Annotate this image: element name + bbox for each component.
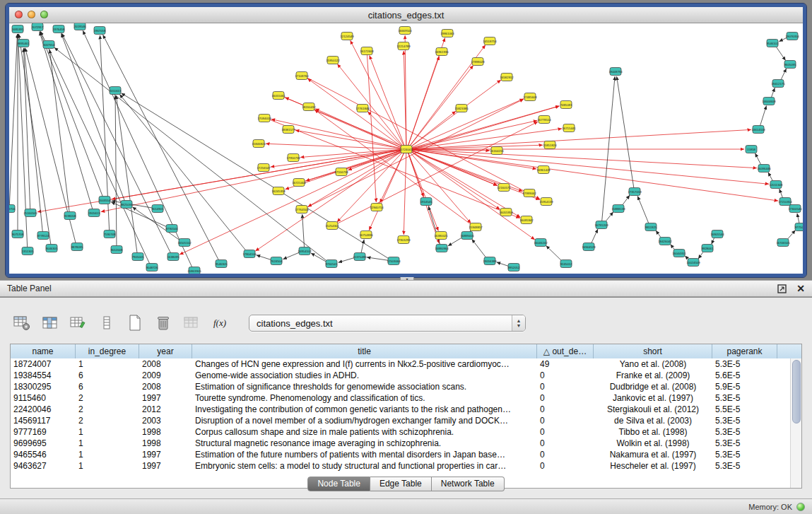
graph-node[interactable]: 18200432 (302, 103, 316, 111)
tab-network-table[interactable]: Network Table (432, 477, 505, 491)
graph-node[interactable]: 16905544 (710, 230, 724, 238)
graph-node[interactable]: 1724041 (401, 146, 413, 153)
graph-node[interactable]: 17999062 (522, 189, 536, 197)
table-scrollbar[interactable] (790, 358, 801, 488)
column-header-out_de[interactable]: △ out_de… (537, 344, 594, 358)
graph-node[interactable]: 2072917 (32, 23, 44, 31)
minimize-window-button[interactable] (28, 11, 35, 18)
graph-node[interactable]: 9198208 (64, 212, 76, 220)
graph-node[interactable]: 12011348 (770, 181, 783, 189)
node-table[interactable]: namein_degreeyeartitle△ out_de…shortpage… (10, 344, 802, 489)
graph-node[interactable]: 16505102 (177, 239, 192, 247)
graph-node[interactable]: 15370486 (353, 253, 367, 261)
graph-node[interactable]: 16954102 (298, 247, 312, 255)
network-window-titlebar[interactable]: citations_edges.txt (9, 7, 803, 23)
graph-node[interactable]: 17556738 (334, 168, 348, 176)
graph-node[interactable]: 9928061 (702, 245, 714, 252)
graph-node[interactable]: 16669500 (398, 27, 412, 35)
graph-node[interactable]: 1638095 (167, 253, 180, 261)
graph-node[interactable]: 16944528 (582, 243, 596, 251)
graph-node[interactable]: 17108760 (295, 72, 309, 80)
zoom-window-button[interactable] (40, 11, 48, 18)
graph-node[interactable]: 17094018 (257, 115, 271, 122)
graph-node[interactable]: 1685391 (12, 25, 24, 33)
graph-node[interactable]: 8825036 (121, 201, 133, 209)
graph-node[interactable]: 16055954 (499, 209, 513, 216)
graph-node[interactable]: 17898028 (471, 58, 485, 66)
new-table-icon[interactable] (126, 315, 144, 332)
table-row[interactable]: 2242004622012Investigating the contribut… (11, 404, 791, 415)
graph-node[interactable]: 15958 (746, 146, 757, 153)
graph-node[interactable]: 15846824 (252, 140, 266, 148)
graph-node[interactable]: 9245012 (560, 260, 572, 268)
graph-node[interactable]: 9775058 (795, 223, 803, 231)
column-header-title[interactable]: title (192, 344, 537, 358)
table-row[interactable]: 946362711997Embryonic stem cells: a mode… (11, 460, 791, 472)
create-column-icon[interactable] (69, 315, 88, 332)
graph-node[interactable]: 14644608 (762, 98, 776, 105)
graph-node[interactable]: 16889416 (460, 232, 474, 240)
graph-node[interactable]: 8778124 (37, 232, 49, 240)
column-header-pagerank[interactable]: pagerank (712, 344, 777, 358)
graph-node[interactable]: 2051613 (110, 87, 122, 95)
graph-node[interactable]: 1976458 (53, 25, 65, 33)
graph-node[interactable]: 7590748 (104, 230, 116, 238)
graph-node[interactable]: 1351305 (22, 247, 34, 255)
graph-node[interactable]: 2019546 (74, 23, 86, 30)
column-header-short[interactable]: short (594, 344, 712, 358)
graph-node[interactable]: 17357059 (628, 188, 642, 196)
graph-node[interactable]: 16044351 (672, 250, 686, 257)
column-header-name[interactable]: name (11, 344, 76, 358)
graph-node[interactable]: 15823385 (454, 105, 469, 112)
graph-node[interactable]: 7485083 (560, 101, 572, 109)
graph-node[interactable]: 9014905 (152, 205, 164, 213)
graph-node[interactable]: 19412175 (771, 80, 785, 88)
graph-node[interactable]: 17485608 (523, 93, 537, 101)
graph-node[interactable]: 12940714 (370, 204, 384, 211)
table-mode-icon[interactable] (13, 315, 31, 332)
graph-node[interactable]: 18381577 (281, 126, 295, 134)
network-canvas[interactable]: 1724041158518241696142817999062160559541… (9, 23, 803, 274)
graph-node[interactable]: 16778514 (537, 116, 551, 124)
network-svg[interactable]: 1724041158518241696142817999062160559541… (9, 23, 803, 274)
graph-node[interactable]: 16046242 (534, 239, 548, 247)
graph-node[interactable]: 16055061 (271, 92, 286, 100)
graph-node[interactable]: 17764504 (295, 206, 309, 214)
column-header-in_degree[interactable]: in_degree (76, 344, 139, 358)
graph-node[interactable]: 9546102 (767, 40, 779, 47)
graph-node[interactable]: 9046305 (46, 245, 58, 252)
graph-node[interactable]: 8903756 (9, 205, 16, 213)
table-selector-combo[interactable]: citations_edges.txt ▲▼ (249, 315, 526, 332)
graph-node[interactable]: 15254301 (325, 222, 339, 230)
graph-node[interactable]: 9075708 (12, 230, 24, 238)
graph-node[interactable]: 8790544 (166, 225, 178, 233)
graph-node[interactable]: 18426042 (658, 238, 672, 245)
graph-node[interactable]: 25160505 (23, 209, 37, 217)
function-builder-icon[interactable]: f(x) (211, 315, 229, 332)
graph-node[interactable]: 9012008 (111, 246, 123, 254)
graph-node[interactable]: 16172608 (360, 47, 374, 55)
table-row[interactable]: 977716911998Corpus callosum shape and si… (11, 426, 791, 438)
table-row[interactable]: 1938455462009Genome-wide association stu… (11, 370, 791, 381)
graph-node[interactable]: 17804106 (242, 250, 257, 258)
close-panel-icon[interactable]: ✕ (796, 284, 805, 293)
delete-table-icon[interactable] (154, 315, 172, 332)
graph-node[interactable]: 16715441 (562, 124, 576, 132)
graph-node[interactable]: 19861063 (440, 30, 454, 37)
graph-node[interactable]: 8952052 (508, 264, 520, 271)
graph-node[interactable]: 12160571 (497, 184, 511, 192)
graph-node[interactable]: 15888138 (611, 205, 625, 213)
graph-node[interactable]: 17903293 (396, 236, 411, 244)
tab-node-table[interactable]: Node Table (307, 477, 370, 491)
graph-node[interactable]: 2003554 (99, 197, 111, 204)
graph-node[interactable]: 16880964 (435, 245, 449, 252)
graph-node[interactable]: 9760541 (326, 260, 338, 268)
graph-node[interactable]: 15954139 (539, 198, 553, 206)
graph-node[interactable]: 17300540 (788, 205, 802, 213)
graph-node[interactable]: 3067654 (43, 41, 55, 49)
graph-node[interactable]: 15851824 (543, 141, 557, 149)
row-options-icon[interactable] (98, 315, 116, 332)
table-row[interactable]: 969969511998Structural magnetic resonanc… (11, 438, 791, 449)
graph-node[interactable]: 9546305 (216, 260, 228, 268)
graph-node[interactable]: 1905613 (88, 209, 100, 217)
